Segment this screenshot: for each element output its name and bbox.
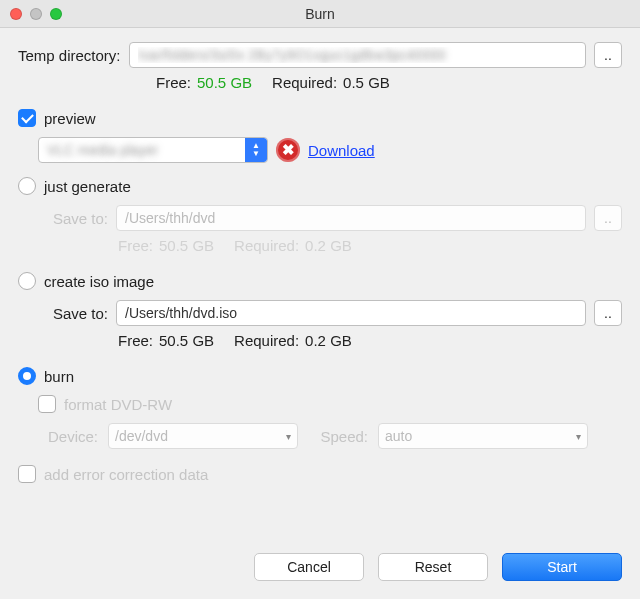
zoom-window-icon[interactable] <box>50 8 62 20</box>
device-label: Device: <box>38 428 98 445</box>
add-err-corr-checkbox <box>18 465 36 483</box>
cancel-button[interactable]: Cancel <box>254 553 364 581</box>
speed-select: auto ▾ <box>378 423 588 449</box>
minimize-window-icon <box>30 8 42 20</box>
temp-req-label: Required: <box>272 74 337 91</box>
temp-free-value: 50.5 GB <box>197 74 252 91</box>
speed-label: Speed: <box>308 428 368 445</box>
format-dvdrw-label: format DVD-RW <box>64 396 172 413</box>
just-gen-path-input <box>116 205 586 231</box>
just-gen-free-value: 50.5 GB <box>159 237 214 254</box>
window-controls <box>0 8 62 20</box>
iso-free-value: 50.5 GB <box>159 332 214 349</box>
temp-dir-browse-button[interactable]: .. <box>594 42 622 68</box>
add-err-corr-label: add error correction data <box>44 466 208 483</box>
iso-req-value: 0.2 GB <box>305 332 352 349</box>
burn-label: burn <box>44 368 74 385</box>
just-gen-req-value: 0.2 GB <box>305 237 352 254</box>
updown-icon: ▲▼ <box>245 138 267 162</box>
error-icon: ✖ <box>276 138 300 162</box>
download-link[interactable]: Download <box>308 142 375 159</box>
preview-player-select[interactable]: VLC media player ▲▼ <box>38 137 268 163</box>
device-select: /dev/dvd ▾ <box>108 423 298 449</box>
temp-dir-input[interactable] <box>129 42 586 68</box>
temp-dir-label: Temp directory: <box>18 47 121 64</box>
temp-req-value: 0.5 GB <box>343 74 390 91</box>
just-gen-browse-button: .. <box>594 205 622 231</box>
chevron-down-icon: ▾ <box>576 431 581 442</box>
iso-free-label: Free: <box>118 332 153 349</box>
reset-button[interactable]: Reset <box>378 553 488 581</box>
just-gen-free-label: Free: <box>118 237 153 254</box>
preview-label: preview <box>44 110 96 127</box>
burn-radio[interactable] <box>18 367 36 385</box>
iso-path-input[interactable] <box>116 300 586 326</box>
iso-save-label: Save to: <box>38 305 108 322</box>
device-value: /dev/dvd <box>115 428 168 444</box>
temp-free-label: Free: <box>156 74 191 91</box>
preview-checkbox[interactable] <box>18 109 36 127</box>
close-window-icon[interactable] <box>10 8 22 20</box>
just-generate-radio[interactable] <box>18 177 36 195</box>
iso-req-label: Required: <box>234 332 299 349</box>
chevron-down-icon: ▾ <box>286 431 291 442</box>
start-button[interactable]: Start <box>502 553 622 581</box>
preview-player-value: VLC media player <box>39 142 245 158</box>
speed-value: auto <box>385 428 412 444</box>
iso-browse-button[interactable]: .. <box>594 300 622 326</box>
format-dvdrw-checkbox <box>38 395 56 413</box>
create-iso-label: create iso image <box>44 273 154 290</box>
just-generate-label: just generate <box>44 178 131 195</box>
just-gen-save-label: Save to: <box>38 210 108 227</box>
just-gen-req-label: Required: <box>234 237 299 254</box>
titlebar: Burn <box>0 0 640 28</box>
create-iso-radio[interactable] <box>18 272 36 290</box>
window-title: Burn <box>0 6 640 22</box>
